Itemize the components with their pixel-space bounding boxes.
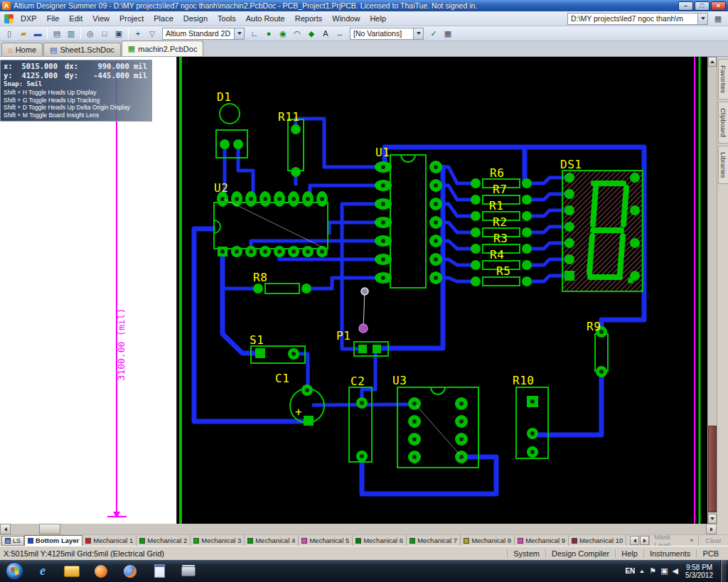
layer-tab-mechanical-9[interactable]: Mechanical 9 — [515, 535, 569, 546]
cross-probe-icon[interactable]: + — [131, 27, 145, 40]
grid-settings-icon[interactable]: ▦ — [711, 12, 725, 25]
save-document-icon[interactable]: ▬ — [31, 27, 45, 40]
component-r11[interactable] — [288, 119, 304, 177]
clear-filter-icon[interactable]: ▽ — [145, 27, 159, 40]
silkscreen-label-u1[interactable]: U1 — [375, 146, 390, 159]
variant-check-icon[interactable]: ✓ — [427, 27, 441, 40]
silkscreen-label-r9[interactable]: R9 — [587, 320, 601, 333]
silkscreen-label-u3[interactable]: U3 — [392, 374, 407, 387]
horizontal-scroll-track[interactable] — [11, 524, 706, 534]
menu-reports[interactable]: Reports — [290, 13, 328, 24]
silkscreen-label-r6[interactable]: R6 — [490, 166, 504, 180]
layer-tab-mechanical-1[interactable]: Mechanical 1 — [82, 535, 136, 546]
silkscreen-label-r2[interactable]: R2 — [493, 215, 507, 229]
project-path-select[interactable]: D:\MY projects\led7 ngoc thanh\m — [567, 13, 708, 25]
journal-icon[interactable] — [147, 562, 171, 581]
layer-tabs-scroll-left-button[interactable] — [630, 536, 639, 545]
zoom-selected-icon[interactable]: ▣ — [112, 27, 126, 40]
pcb-document-view[interactable]: D1R11U1U2R6R7R1R2R3R4R5DS1R8S1P1C1C2U3R9… — [176, 57, 707, 524]
place-dimension-icon[interactable]: ↔ — [333, 27, 347, 40]
zoom-fit-icon[interactable]: ◎ — [83, 27, 97, 40]
panel-tab-clipboard[interactable]: Clipboard — [718, 102, 728, 144]
zoom-area-icon[interactable]: □ — [97, 27, 112, 40]
menu-help[interactable]: Help — [365, 13, 391, 24]
dxp-icon[interactable] — [4, 14, 14, 23]
place-polygon-icon[interactable]: ◆ — [304, 27, 318, 40]
layer-tab-mechanical-8[interactable]: Mechanical 8 — [461, 535, 515, 546]
silkscreen-label-r7[interactable]: R7 — [493, 183, 507, 196]
panel-button-help[interactable]: Help — [615, 549, 643, 558]
layer-tab-mechanical-3[interactable]: Mechanical 3 — [191, 535, 245, 546]
mask-level-button[interactable]: Mask Level — [649, 535, 698, 546]
clear-button[interactable]: Clear — [698, 535, 728, 546]
silkscreen-label-r4[interactable]: R4 — [490, 248, 504, 262]
dimension-annotation[interactable]: 3100.00 (mil) — [107, 57, 128, 524]
board-insight-icon[interactable]: ▦ — [441, 27, 455, 40]
silkscreen-label-ds1[interactable]: DS1 — [560, 158, 582, 171]
silkscreen-label-p1[interactable]: P1 — [336, 329, 350, 343]
component-c2[interactable] — [349, 387, 372, 462]
via-selected[interactable] — [359, 324, 368, 333]
silkscreen-label-r5[interactable]: R5 — [496, 264, 510, 278]
view-configuration-select[interactable]: Altium Standard 2D — [162, 28, 245, 40]
silkscreen-label-d1[interactable]: D1 — [217, 90, 231, 104]
component-s1[interactable] — [251, 346, 305, 363]
media-player-icon[interactable] — [89, 562, 113, 581]
layer-tab-mechanical-7[interactable]: Mechanical 7 — [407, 535, 461, 546]
internet-explorer-icon[interactable]: e — [31, 562, 55, 581]
silkscreen-label-c2[interactable]: C2 — [350, 374, 365, 388]
silkscreen-label-s1[interactable]: S1 — [250, 333, 264, 347]
document-tab-sheet1-schdoc[interactable]: ▤Sheet1.SchDoc — [43, 43, 121, 56]
layer-tab-mechanical-4[interactable]: Mechanical 4 — [245, 535, 299, 546]
silkscreen-label-r8[interactable]: R8 — [253, 271, 267, 284]
document-tab-machin2-pcbdoc[interactable]: ▦machin2.PcbDoc — [122, 41, 204, 56]
panel-button-instruments[interactable]: Instruments — [643, 549, 696, 558]
close-button[interactable]: × — [711, 1, 726, 11]
menu-dxp[interactable]: DXP — [16, 13, 42, 24]
component-r10[interactable] — [516, 387, 548, 458]
vertical-scroll-thumb[interactable] — [708, 426, 717, 512]
firefox-icon[interactable] — [118, 562, 142, 581]
windows-explorer-icon[interactable] — [60, 562, 84, 581]
new-document-icon[interactable]: ▯ — [2, 27, 16, 40]
silkscreen-label-+[interactable]: + — [295, 405, 302, 419]
layer-tab-bottom-layer[interactable]: Bottom Layer — [24, 535, 82, 546]
layer-tab-mechanical-2[interactable]: Mechanical 2 — [136, 535, 191, 546]
printer-icon[interactable] — [176, 562, 200, 581]
silkscreen-label-r11[interactable]: R11 — [278, 110, 299, 124]
scroll-down-button[interactable] — [708, 514, 717, 524]
layer-tab-mechanical-5[interactable]: Mechanical 5 — [299, 535, 353, 546]
menu-design[interactable]: Design — [178, 13, 213, 24]
clock[interactable]: 9:58 PM 5/3/2012 — [683, 564, 715, 579]
component-ds1[interactable] — [562, 171, 643, 291]
print-preview-icon[interactable]: ▥ — [64, 27, 78, 40]
panel-button-design-compiler[interactable]: Design Compiler — [545, 549, 615, 558]
place-via-icon[interactable]: ◉ — [276, 27, 290, 40]
panel-button-system[interactable]: System — [507, 549, 545, 558]
place-string-icon[interactable]: A — [318, 27, 333, 40]
horizontal-scrollbar[interactable] — [0, 524, 728, 534]
via[interactable] — [361, 288, 368, 295]
component-u3[interactable] — [397, 387, 478, 468]
silkscreen-label-u2[interactable]: U2 — [214, 181, 228, 195]
component-r9[interactable] — [595, 326, 608, 377]
place-pad-icon[interactable]: ● — [262, 27, 276, 40]
variant-select[interactable]: [No Variations] — [350, 28, 424, 40]
component-u1[interactable] — [375, 155, 442, 288]
scroll-left-button[interactable] — [0, 524, 11, 534]
layer-tab-me[interactable]: Me — [626, 535, 628, 546]
vertical-scrollbar[interactable] — [707, 57, 717, 524]
menu-auto-route[interactable]: Auto Route — [241, 13, 290, 24]
show-desktop-button[interactable] — [720, 560, 727, 582]
notification-flag-icon[interactable]: ⚑ — [649, 567, 656, 575]
layer-tabs-scroll-right-button[interactable] — [640, 536, 649, 545]
horizontal-scroll-thumb[interactable] — [39, 524, 60, 534]
scroll-up-button[interactable] — [708, 57, 717, 67]
place-arc-icon[interactable]: ◠ — [290, 27, 304, 40]
scroll-right-button[interactable] — [706, 524, 717, 534]
menu-place[interactable]: Place — [149, 13, 178, 24]
menu-window[interactable]: Window — [327, 13, 365, 24]
component-u2[interactable] — [214, 191, 328, 257]
panel-tab-favorites[interactable]: Favorites — [718, 59, 728, 99]
pcb-canvas[interactable]: D1R11U1U2R6R7R1R2R3R4R5DS1R8S1P1C1C2U3R9… — [177, 57, 708, 524]
